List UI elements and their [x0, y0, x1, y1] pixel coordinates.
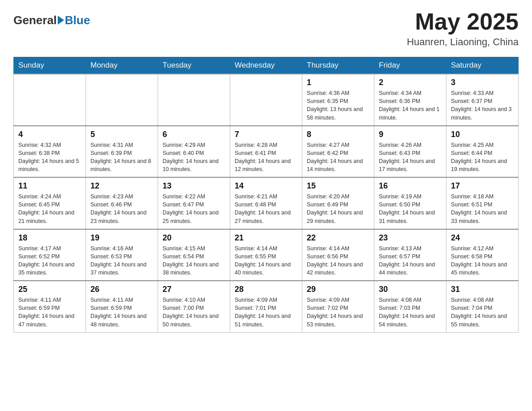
calendar-cell [86, 74, 158, 126]
calendar-cell: 2Sunrise: 4:34 AMSunset: 6:36 PMDaylight… [374, 74, 446, 126]
calendar-cell [230, 74, 302, 126]
day-info: Sunrise: 4:16 AMSunset: 6:53 PMDaylight:… [90, 244, 153, 277]
day-info: Sunrise: 4:08 AMSunset: 7:03 PMDaylight:… [379, 296, 442, 329]
day-number: 16 [379, 181, 442, 191]
day-info: Sunrise: 4:25 AMSunset: 6:44 PMDaylight:… [451, 141, 514, 174]
day-info: Sunrise: 4:26 AMSunset: 6:43 PMDaylight:… [379, 141, 442, 174]
calendar-week-1: 1Sunrise: 4:36 AMSunset: 6:35 PMDaylight… [14, 74, 519, 126]
day-number: 26 [90, 285, 153, 294]
calendar-cell: 5Sunrise: 4:31 AMSunset: 6:39 PMDaylight… [86, 126, 158, 178]
day-info: Sunrise: 4:10 AMSunset: 7:00 PMDaylight:… [163, 296, 225, 329]
calendar-cell: 24Sunrise: 4:12 AMSunset: 6:58 PMDayligh… [446, 229, 519, 281]
day-info: Sunrise: 4:12 AMSunset: 6:58 PMDaylight:… [451, 244, 514, 277]
day-number: 3 [451, 78, 514, 87]
calendar-cell: 23Sunrise: 4:13 AMSunset: 6:57 PMDayligh… [374, 229, 446, 281]
day-number: 5 [90, 130, 153, 139]
day-number: 13 [163, 181, 225, 191]
day-info: Sunrise: 4:14 AMSunset: 6:56 PMDaylight:… [307, 244, 369, 277]
calendar-cell: 6Sunrise: 4:29 AMSunset: 6:40 PMDaylight… [158, 126, 230, 178]
calendar-cell: 17Sunrise: 4:18 AMSunset: 6:51 PMDayligh… [446, 177, 519, 229]
day-info: Sunrise: 4:21 AMSunset: 6:48 PMDaylight:… [235, 193, 297, 225]
title-section: May 2025 Huanren, Liaoning, China [407, 9, 519, 48]
day-info: Sunrise: 4:11 AMSunset: 6:59 PMDaylight:… [18, 296, 81, 329]
calendar-cell: 20Sunrise: 4:15 AMSunset: 6:54 PMDayligh… [158, 229, 230, 281]
calendar-cell: 29Sunrise: 4:09 AMSunset: 7:02 PMDayligh… [302, 281, 374, 332]
day-info: Sunrise: 4:32 AMSunset: 6:38 PMDaylight:… [18, 141, 81, 174]
weekday-header-tuesday: Tuesday [158, 57, 230, 74]
calendar-cell: 21Sunrise: 4:14 AMSunset: 6:55 PMDayligh… [230, 229, 302, 281]
calendar-cell: 4Sunrise: 4:32 AMSunset: 6:38 PMDaylight… [14, 126, 86, 178]
day-number: 25 [18, 285, 81, 294]
calendar-week-5: 25Sunrise: 4:11 AMSunset: 6:59 PMDayligh… [14, 281, 519, 332]
day-info: Sunrise: 4:14 AMSunset: 6:55 PMDaylight:… [235, 244, 297, 277]
day-info: Sunrise: 4:29 AMSunset: 6:40 PMDaylight:… [163, 141, 225, 174]
day-number: 30 [379, 285, 442, 294]
calendar-table: SundayMondayTuesdayWednesdayThursdayFrid… [13, 57, 519, 333]
day-info: Sunrise: 4:22 AMSunset: 6:47 PMDaylight:… [163, 193, 225, 225]
day-number: 18 [18, 233, 81, 243]
day-info: Sunrise: 4:09 AMSunset: 7:01 PMDaylight:… [235, 296, 297, 329]
day-info: Sunrise: 4:27 AMSunset: 6:42 PMDaylight:… [307, 141, 369, 174]
calendar-cell: 22Sunrise: 4:14 AMSunset: 6:56 PMDayligh… [302, 229, 374, 281]
weekday-header-wednesday: Wednesday [230, 57, 302, 74]
day-info: Sunrise: 4:09 AMSunset: 7:02 PMDaylight:… [307, 296, 369, 329]
calendar-week-3: 11Sunrise: 4:24 AMSunset: 6:45 PMDayligh… [14, 177, 519, 229]
calendar-cell: 11Sunrise: 4:24 AMSunset: 6:45 PMDayligh… [14, 177, 86, 229]
calendar-cell: 16Sunrise: 4:19 AMSunset: 6:50 PMDayligh… [374, 177, 446, 229]
location-title: Huanren, Liaoning, China [407, 36, 519, 48]
logo-icon: General [13, 13, 64, 27]
day-number: 1 [307, 78, 369, 87]
day-info: Sunrise: 4:20 AMSunset: 6:49 PMDaylight:… [307, 193, 369, 225]
calendar-cell: 15Sunrise: 4:20 AMSunset: 6:49 PMDayligh… [302, 177, 374, 229]
calendar-cell: 26Sunrise: 4:11 AMSunset: 6:59 PMDayligh… [86, 281, 158, 332]
day-info: Sunrise: 4:17 AMSunset: 6:52 PMDaylight:… [18, 244, 81, 277]
calendar-cell: 3Sunrise: 4:33 AMSunset: 6:37 PMDaylight… [446, 74, 519, 126]
calendar-cell: 8Sunrise: 4:27 AMSunset: 6:42 PMDaylight… [302, 126, 374, 178]
day-info: Sunrise: 4:13 AMSunset: 6:57 PMDaylight:… [379, 244, 442, 277]
day-number: 23 [379, 233, 442, 243]
logo-general-text: General [13, 13, 57, 27]
weekday-header-sunday: Sunday [14, 57, 86, 74]
calendar-cell: 30Sunrise: 4:08 AMSunset: 7:03 PMDayligh… [374, 281, 446, 332]
day-info: Sunrise: 4:11 AMSunset: 6:59 PMDaylight:… [90, 296, 153, 329]
calendar-cell: 9Sunrise: 4:26 AMSunset: 6:43 PMDaylight… [374, 126, 446, 178]
day-info: Sunrise: 4:31 AMSunset: 6:39 PMDaylight:… [90, 141, 153, 174]
page-header: General Blue May 2025 Huanren, Liaoning,… [13, 9, 519, 48]
day-info: Sunrise: 4:36 AMSunset: 6:35 PMDaylight:… [307, 89, 369, 122]
calendar-week-4: 18Sunrise: 4:17 AMSunset: 6:52 PMDayligh… [14, 229, 519, 281]
day-number: 20 [163, 233, 225, 243]
day-number: 9 [379, 130, 442, 139]
calendar-cell: 19Sunrise: 4:16 AMSunset: 6:53 PMDayligh… [86, 229, 158, 281]
weekday-header-saturday: Saturday [446, 57, 519, 74]
day-number: 17 [451, 181, 514, 191]
calendar-cell: 10Sunrise: 4:25 AMSunset: 6:44 PMDayligh… [446, 126, 519, 178]
day-number: 8 [307, 130, 369, 139]
day-number: 12 [90, 181, 153, 191]
day-number: 24 [451, 233, 514, 243]
day-info: Sunrise: 4:34 AMSunset: 6:36 PMDaylight:… [379, 89, 442, 122]
day-info: Sunrise: 4:18 AMSunset: 6:51 PMDaylight:… [451, 193, 514, 225]
day-number: 19 [90, 233, 153, 243]
calendar-cell: 12Sunrise: 4:23 AMSunset: 6:46 PMDayligh… [86, 177, 158, 229]
day-number: 4 [18, 130, 81, 139]
calendar-cell: 7Sunrise: 4:28 AMSunset: 6:41 PMDaylight… [230, 126, 302, 178]
day-info: Sunrise: 4:24 AMSunset: 6:45 PMDaylight:… [18, 193, 81, 225]
day-number: 22 [307, 233, 369, 243]
calendar-cell: 27Sunrise: 4:10 AMSunset: 7:00 PMDayligh… [158, 281, 230, 332]
calendar-cell [14, 74, 86, 126]
weekday-header-thursday: Thursday [302, 57, 374, 74]
calendar-cell [158, 74, 230, 126]
day-info: Sunrise: 4:28 AMSunset: 6:41 PMDaylight:… [235, 141, 297, 174]
weekday-header-friday: Friday [374, 57, 446, 74]
day-number: 31 [451, 285, 514, 294]
day-number: 14 [235, 181, 297, 191]
day-info: Sunrise: 4:08 AMSunset: 7:04 PMDaylight:… [451, 296, 514, 329]
calendar-header-row: SundayMondayTuesdayWednesdayThursdayFrid… [14, 57, 519, 74]
day-info: Sunrise: 4:23 AMSunset: 6:46 PMDaylight:… [90, 193, 153, 225]
calendar-cell: 31Sunrise: 4:08 AMSunset: 7:04 PMDayligh… [446, 281, 519, 332]
day-info: Sunrise: 4:33 AMSunset: 6:37 PMDaylight:… [451, 89, 514, 122]
month-title: May 2025 [407, 9, 519, 34]
day-number: 27 [163, 285, 225, 294]
calendar-cell: 28Sunrise: 4:09 AMSunset: 7:01 PMDayligh… [230, 281, 302, 332]
day-number: 7 [235, 130, 297, 139]
